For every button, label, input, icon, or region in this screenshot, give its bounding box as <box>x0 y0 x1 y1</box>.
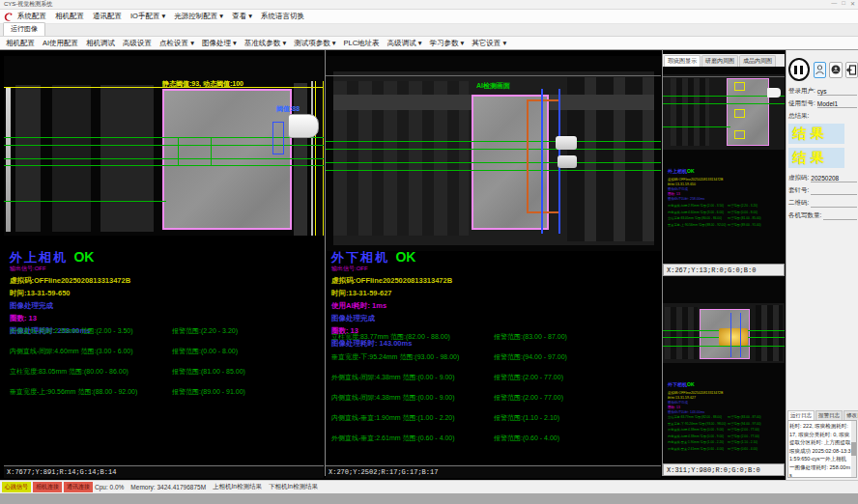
measure-row: 立柱宽度:83.77mm 范围:(82.00 - 88.00)报警范围:(83.… <box>331 332 658 342</box>
measure-row: 内侧直线-垂直:1.90mm 范围:(1.00 - 2.20)报警范围:(1.1… <box>668 440 782 444</box>
measure-alarm: 报警范围:(2.20 - 3.20) <box>172 326 238 336</box>
maximize-button[interactable]: □ <box>842 0 845 7</box>
camera-status: OK <box>73 249 94 265</box>
toolbar-item-8[interactable]: PLC地址表 <box>344 39 380 48</box>
menu-item-2[interactable]: 通讯配置 <box>93 12 122 21</box>
thumb1-view[interactable]: 外上相机OK虚拟码:OFFline2025020813313472B时间:13-… <box>663 67 785 264</box>
camera-status: OK <box>687 381 695 387</box>
bright-connector <box>558 155 577 168</box>
measure-label: 外侧直线-垂直:2.61mm 范围:(0.60 - 4.00) <box>668 447 728 451</box>
process-done-line: 图像处理完成 <box>10 301 321 311</box>
log-text: 耗时: 222, 瑕疵检测耗时: 17, 瑕疵分类耗时: 0, 瑕疵提取分区耗时… <box>789 422 851 480</box>
toolbar-item-9[interactable]: 高级调试 ▾ <box>387 39 422 48</box>
measure-alarm: 报警范围:(89.00 - 91.00) <box>728 223 761 227</box>
log-tab-1[interactable]: 报警日志 <box>815 410 843 420</box>
measure-row: 内侧直线-间隙:4.60mm 范围:(3.00 - 6.00)报警范围:(0.0… <box>10 347 321 356</box>
pause-button[interactable] <box>788 58 810 81</box>
log-tab-0[interactable]: 运行日志 <box>787 410 815 420</box>
toolbar-item-1[interactable]: AI使用配置 <box>43 39 78 48</box>
bright-connector <box>556 136 577 150</box>
log-area[interactable]: 耗时: 222, 瑕疵检测耗时: 17, 瑕疵分类耗时: 0, 瑕疵提取分区耗时… <box>787 420 857 478</box>
menu-item-3[interactable]: IO手配置 ▾ <box>130 12 165 21</box>
measure-row: 内侧直线-垂直:1.90mm 范围:(1.00 - 2.20)报警范围:(1.1… <box>331 413 658 423</box>
toolbar-item-5[interactable]: 图像处理 ▾ <box>202 39 237 48</box>
middle-measure-rows: 立柱宽度:83.77mm 范围:(82.00 - 88.00)报警范围:(83.… <box>331 332 658 454</box>
menu-item-5[interactable]: 查看 ▾ <box>232 12 252 21</box>
logout-button[interactable] <box>845 62 858 78</box>
pause-icon <box>794 66 803 74</box>
thumb-tab-0[interactable]: 瑕疵图显示 <box>664 55 701 67</box>
menu-item-4[interactable]: 光源控制配置 ▾ <box>174 12 223 21</box>
measure-label: 内侧直线-间隙:4.38mm 范围:(0.00 - 9.00) <box>668 434 728 438</box>
thumbnail-tabs: 瑕疵图显示研磨内周图成品内周图 <box>663 54 785 67</box>
application-window: CYS-视觉检测系统 — □ ✕ 系统配置相机配置通讯配置IO手配置 ▾光源控制… <box>0 0 858 504</box>
toolbar-item-7[interactable]: 测试项参数 ▾ <box>294 39 335 48</box>
user-login-button[interactable] <box>814 62 826 78</box>
memory-label: Memory: 3424.41796875M <box>130 484 206 490</box>
thumb-tab-2[interactable]: 成品内周图 <box>739 55 776 67</box>
measure-alarm: 报警范围:(81.00 - 85.00) <box>172 367 245 377</box>
sidebar-fields-mid: 虚拟码:20250208套针号:二维码:各机写数量: <box>786 174 858 224</box>
measure-label: 垂直宽度-上:90.56mm 范围:(88.00 - 92.00) <box>10 387 172 397</box>
left-camera-view[interactable]: 静态阈值:93, 动态阈值:100 阈值:88 <box>4 56 324 236</box>
measure-row: 外侧直线-垂直:2.61mm 范围:(0.60 - 4.00)报警范围:(0.6… <box>668 447 782 451</box>
toolbar-item-0[interactable]: 相机配置 <box>6 39 35 48</box>
measure-row: 垂直宽度-上:90.56mm 范围:(88.00 - 92.00)报警范围:(8… <box>10 387 321 397</box>
thumb2-view[interactable]: 外下相机OK虚拟码:OFFline2025020813313472B时间:13-… <box>663 276 785 463</box>
measure-alarm: 报警范围:(94.00 - 97.00) <box>494 352 567 362</box>
middle-camera-view[interactable]: AI检测画面 <box>326 56 661 251</box>
elapsed-line: 图像处理耗时: 258.00ms <box>668 197 723 201</box>
log-tabs: 运行日志报警日志修改日志 <box>787 408 858 420</box>
user-manage-button[interactable] <box>829 62 842 78</box>
measure-row: 外侧直线-间隙:2.95mm 范围:(2.00 - 3.50)报警范围:(2.2… <box>668 204 782 208</box>
yellow-roi <box>734 130 745 139</box>
menu-item-6[interactable]: 系统语言切换 <box>261 12 304 21</box>
camera-name: 外上相机 <box>668 168 687 174</box>
measure-label: 垂直宽度-下:95.24mm 范围:(93.00 - 98.00) <box>668 422 728 426</box>
status-extra-1: 下相机In检测结果 <box>269 483 318 491</box>
elapsed-line: 图像处理耗时: 143.00ms <box>668 410 723 414</box>
field-label: 使用型号: <box>788 99 815 108</box>
thumbnail-column: 瑕疵图显示研磨内周图成品内周图 外上相机OK虚拟码:OFFline2025020… <box>663 52 785 478</box>
measure-label: 垂直宽度-下:95.24mm 范围:(93.00 - 98.00) <box>331 352 494 362</box>
toolbar-item-11[interactable]: 其它设置 ▾ <box>472 39 506 48</box>
toolbar-item-3[interactable]: 高级设置 <box>123 39 152 48</box>
thumb1-coord-bar: X:267;Y:13;R:0;G:0;B:0 <box>663 264 785 276</box>
field-value <box>823 212 857 220</box>
field-value: cys <box>817 88 857 96</box>
log-scrollbar[interactable] <box>851 421 856 477</box>
measure-label: 垂直宽度-上:90.56mm 范围:(88.00 - 92.00) <box>668 223 728 227</box>
toolbar-item-2[interactable]: 相机调试 <box>86 39 115 48</box>
measure-row: 内侧直线-间隙:4.38mm 范围:(0.00 - 9.00)报警范围:(2.0… <box>668 434 782 438</box>
threshold-overlay-label: 静态阈值:93, 动态阈值:100 <box>162 79 243 89</box>
title-bar: CYS-视觉检测系统 — □ ✕ <box>0 0 858 10</box>
field-label: 套针号: <box>788 186 809 195</box>
measure-alarm: 报警范围:(1.10 - 2.10) <box>494 413 559 423</box>
toolbar-item-10[interactable]: 学习参数 ▾ <box>429 39 464 48</box>
measure-alarm: 报警范围:(0.00 - 8.00) <box>172 347 238 356</box>
total-result-field: 总结果: <box>788 112 857 121</box>
tab-run-image[interactable]: 运行图像 <box>3 22 45 36</box>
log-tab-2[interactable]: 修改日志 <box>844 410 858 420</box>
toolbar-item-4[interactable]: 点检设置 ▾ <box>159 39 194 48</box>
field-value <box>811 187 857 195</box>
measure-alarm: 报警范围:(89.00 - 91.00) <box>172 387 245 397</box>
minimize-button[interactable]: — <box>831 0 837 7</box>
app-logo-icon <box>3 12 14 22</box>
left-coord-bar: X:7677;Y:891;R:14;G:14;B:14 <box>4 465 324 478</box>
close-button[interactable]: ✕ <box>850 0 855 7</box>
sidebar-buttons <box>788 56 858 83</box>
measure-label: 立柱宽度:83.77mm 范围:(82.00 - 88.00) <box>331 332 494 342</box>
measure-label: 内侧直线-间隙:4.60mm 范围:(3.00 - 6.00) <box>10 347 172 356</box>
toolbar-item-6[interactable]: 基准线参数 ▾ <box>244 39 286 48</box>
menu-item-0[interactable]: 系统配置 <box>17 12 46 21</box>
status-bar: 心跳信号相机连接通讯连接 Cpu: 0.0% Memory: 3424.4179… <box>0 480 858 493</box>
menu-item-1[interactable]: 相机配置 <box>55 12 84 21</box>
measure-label: 外侧直线-间隙:2.95mm 范围:(2.00 - 3.50) <box>668 204 728 208</box>
middle-coord-bar: X:270;Y:2502;R:17;G:17;B:17 <box>326 465 661 478</box>
toolbar: 相机配置AI使用配置相机调试高级设置点检设置 ▾图像处理 ▾基准线参数 ▾测试项… <box>0 37 858 50</box>
time-line: 时间:13-31-59-627 <box>331 289 658 298</box>
thumb-tab-1[interactable]: 研磨内周图 <box>701 55 738 67</box>
field-label: 各机写数量: <box>788 211 821 220</box>
blue-marker-box <box>272 122 284 154</box>
